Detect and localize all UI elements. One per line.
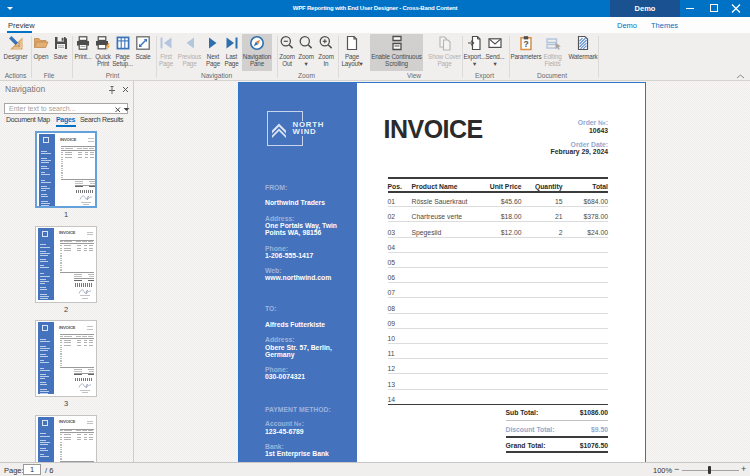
- svg-text:?: ?: [523, 39, 528, 49]
